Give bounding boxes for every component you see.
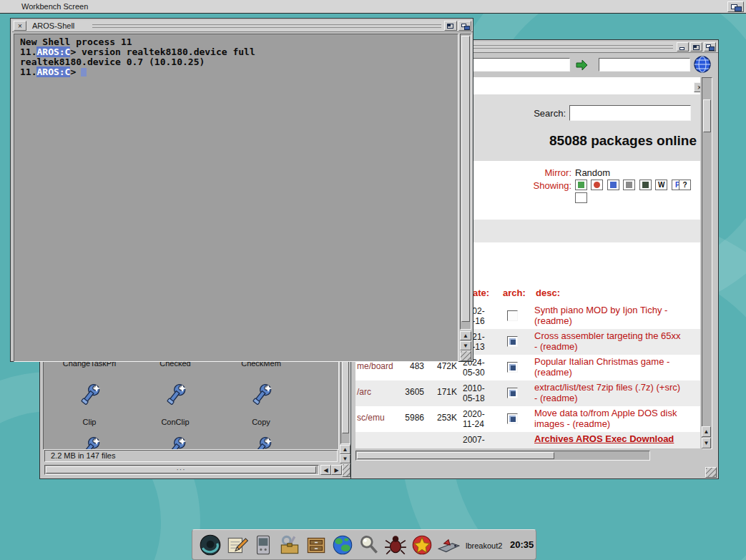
status-bar: 2.2 MB in 147 files	[44, 450, 338, 462]
titlebar-drag-lines	[92, 22, 441, 31]
zoom-icon	[693, 45, 700, 50]
screen-depth-gadget[interactable]	[727, 1, 744, 12]
dock-icon-browser[interactable]	[330, 533, 355, 557]
filter-w-icon[interactable]: W	[655, 180, 667, 190]
drawer-vscrollbar[interactable]	[340, 351, 350, 444]
resize-gadget[interactable]	[460, 350, 471, 361]
arch-checkbox[interactable]	[507, 413, 518, 424]
dock-icon-bug[interactable]	[383, 533, 408, 557]
filter-comm-icon[interactable]	[607, 180, 619, 190]
dock-icon-editor[interactable]	[225, 533, 249, 557]
scroll-up-gadget[interactable]: ▲	[702, 426, 711, 437]
filter-gfx-icon[interactable]	[639, 180, 652, 190]
arch-checkbox[interactable]	[507, 388, 518, 398]
table-row: /arc 3605 171K 2010-05-18 extract/list/t…	[355, 380, 700, 406]
arch-checkbox[interactable]	[507, 362, 518, 373]
depth-gadget[interactable]	[704, 42, 716, 51]
resize-gadget[interactable]	[705, 467, 717, 478]
scroll-right-gadget[interactable]: ▶	[331, 465, 342, 475]
dock-icon-game[interactable]	[410, 533, 434, 557]
tool-icon-partial[interactable]	[76, 435, 103, 450]
filter-util-icon[interactable]	[623, 180, 635, 190]
package-count: 483	[386, 361, 424, 371]
shell-vscrollbar[interactable]	[460, 34, 471, 330]
filter-blank-icon[interactable]	[575, 192, 587, 203]
dock-icon-search[interactable]	[357, 533, 381, 557]
browser-vscrollbar[interactable]: ▲ ▼	[702, 77, 712, 449]
vscroll-thumb[interactable]	[461, 36, 470, 322]
package-size: 472K	[427, 361, 457, 371]
package-desc-link[interactable]: extract/list/test 7zip files (.7z) (+src…	[534, 382, 683, 403]
go-button[interactable]	[573, 57, 590, 72]
package-date: 2010-05-18	[463, 383, 500, 403]
filter-games-icon[interactable]	[591, 180, 603, 190]
vscroll-thumb[interactable]	[703, 99, 711, 132]
package-desc-link[interactable]: Popular Italian Christmas game - (readme…	[534, 356, 683, 378]
filter-mods-icon[interactable]	[575, 180, 587, 190]
search-label: Search:	[484, 108, 566, 119]
arrow-up-icon: ▲	[343, 446, 348, 453]
dock-icon-jet[interactable]	[436, 533, 461, 557]
shell-line: 11.AROS:C>	[20, 67, 452, 77]
package-desc-link[interactable]: Cross assembler targeting the 65xx - (re…	[534, 330, 683, 352]
table-row: sc/emu 5986 253K 2020-11-24 Move data to…	[355, 406, 700, 432]
tool-label: Copy	[218, 418, 304, 426]
magnifier-icon	[357, 533, 381, 557]
table-row: 2007- Archives AROS Exec Download	[355, 432, 700, 448]
scroll-up-gadget[interactable]: ▲	[340, 445, 350, 454]
arrow-up-icon: ▲	[704, 428, 710, 435]
scroll-down-gadget[interactable]: ▼	[702, 438, 711, 448]
vscroll-thumb[interactable]	[342, 353, 349, 433]
tool-icon-partial[interactable]	[247, 435, 275, 450]
scroll-down-gadget[interactable]: ▼	[340, 454, 350, 463]
tool-label: Clip	[46, 418, 132, 426]
scroll-up-gadget[interactable]: ▲	[460, 331, 471, 340]
dock-icon-wanderer[interactable]	[198, 533, 222, 557]
screen-titlebar[interactable]: Workbench Screen	[0, 0, 746, 14]
search-input[interactable]	[569, 105, 691, 121]
package-size: 171K	[427, 387, 457, 397]
mirror-value: Random	[575, 167, 610, 178]
depth-gadget[interactable]	[458, 21, 471, 31]
package-count: 3605	[386, 387, 424, 397]
tool-icon-clip[interactable]	[76, 382, 103, 409]
tool-icon-copy[interactable]	[247, 382, 275, 409]
browser-hscrollbar[interactable]	[355, 451, 650, 461]
zoom-gadget[interactable]	[690, 42, 702, 51]
dock-icon-tools[interactable]	[278, 533, 302, 557]
arch-checkbox[interactable]	[507, 310, 518, 321]
zoom-gadget[interactable]	[444, 21, 457, 31]
drawer-hscrollbar[interactable]: ···	[44, 465, 319, 475]
globe-icon	[693, 55, 712, 74]
shell-console[interactable]: New Shell process 11 11.AROS:C> version …	[14, 34, 458, 362]
toolbox-icon	[278, 533, 302, 557]
mirror-label: Mirror:	[499, 167, 571, 178]
resize-gadget[interactable]	[342, 463, 350, 477]
search-bar-input[interactable]	[599, 58, 690, 72]
arch-checkbox[interactable]	[507, 336, 518, 347]
package-desc-link[interactable]: Synth piano MOD by Ijon Tichy - (readme)	[534, 305, 683, 326]
hscroll-thumb[interactable]: ···	[46, 466, 316, 473]
handheld-device-icon	[251, 533, 275, 557]
hscroll-thumb[interactable]	[357, 452, 554, 459]
close-gadget[interactable]: ×	[14, 21, 26, 31]
dock-icon-drawer[interactable]	[304, 533, 328, 557]
scroll-down-gadget[interactable]: ▼	[460, 341, 471, 350]
header-desc: desc:	[536, 288, 560, 298]
screen-title: Workbench Screen	[21, 2, 88, 11]
tool-icon-partial[interactable]	[162, 435, 189, 450]
earth-globe-icon	[330, 533, 355, 557]
help-icon[interactable]: ?	[679, 180, 691, 190]
panel-close-button[interactable]: ×	[694, 82, 700, 92]
dock-icon-device[interactable]	[251, 533, 275, 557]
shell-prompt: AROS:C	[36, 67, 70, 77]
arrow-up-icon: ▲	[463, 333, 468, 339]
package-desc-link[interactable]: Archives AROS Exec Download	[534, 433, 683, 444]
web-search-button[interactable]	[693, 55, 712, 74]
shell-titlebar[interactable]: × AROS-Shell	[12, 20, 473, 32]
iconify-gadget[interactable]	[677, 42, 689, 51]
tool-icon-conclip[interactable]	[162, 382, 189, 409]
scroll-left-gadget[interactable]: ◀	[320, 465, 331, 475]
shell-line: 11.AROS:C> version realtek8180.device fu…	[20, 47, 452, 57]
package-desc-link[interactable]: Move data to/from Apple DOS disk images …	[534, 408, 683, 429]
